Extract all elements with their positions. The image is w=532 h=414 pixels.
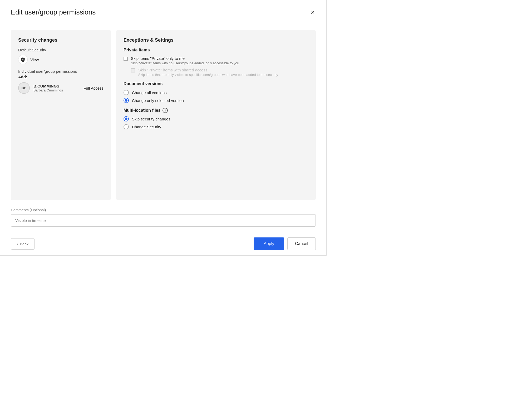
skip-private-sublabel: Skip "Private" items with no users/group… <box>131 61 239 65</box>
dialog-header: Edit user/group permissions × <box>0 0 326 22</box>
skip-security-changes-label: Skip security changes <box>132 117 170 121</box>
radio-row-change-security: Change Security <box>124 124 308 129</box>
avatar: BC <box>18 82 30 94</box>
skip-security-changes-radio[interactable] <box>124 116 129 121</box>
svg-rect-1 <box>23 59 23 60</box>
back-button[interactable]: ‹ Back <box>11 238 35 250</box>
dialog-title: Edit user/group permissions <box>11 8 96 16</box>
radio-row-selected-version: Change only selected version <box>124 98 308 103</box>
dialog-body: Security changes Default Security View I… <box>0 22 326 232</box>
checkbox-row-1: Skip items "Private" only to me Skip "Pr… <box>124 56 308 65</box>
username: B.CUMMINGS <box>33 84 80 88</box>
cancel-button[interactable]: Cancel <box>287 237 316 250</box>
view-label: View <box>30 57 39 62</box>
skip-private-shared-checkbox[interactable] <box>131 68 135 72</box>
change-selected-version-radio[interactable] <box>124 98 129 103</box>
user-info: B.CUMMINGS Barbara Cummings <box>33 84 80 92</box>
apply-button[interactable]: Apply <box>254 237 284 250</box>
checkbox-label-group-1: Skip items "Private" only to me Skip "Pr… <box>131 56 239 65</box>
add-label: Add: <box>18 75 104 79</box>
security-view-row: View <box>18 55 104 64</box>
footer-right: Apply Cancel <box>254 237 316 250</box>
private-items-title: Private items <box>124 48 308 52</box>
shield-icon <box>18 55 28 64</box>
document-versions-section: Document versions Change all versions Ch… <box>124 81 308 103</box>
radio-row-skip-security: Skip security changes <box>124 116 308 121</box>
document-versions-title: Document versions <box>124 81 308 86</box>
dialog-footer: ‹ Back Apply Cancel <box>0 232 326 255</box>
skip-private-shared-sublabel: Skip items that are only visible to spec… <box>138 73 278 77</box>
comments-label: Comments (Optional) <box>11 208 316 212</box>
close-button[interactable]: × <box>310 8 316 17</box>
exceptions-settings-title: Exceptions & Settings <box>124 37 308 43</box>
multi-location-title-row: Multi-location files i <box>124 108 308 113</box>
info-icon[interactable]: i <box>162 108 168 113</box>
back-label: Back <box>20 242 28 246</box>
change-security-radio[interactable] <box>124 124 129 129</box>
right-panel: Exceptions & Settings Private items Skip… <box>116 30 316 200</box>
default-security-label: Default Security <box>18 48 104 52</box>
left-panel: Security changes Default Security View I… <box>11 30 111 200</box>
panels-row: Security changes Default Security View I… <box>11 30 316 200</box>
skip-private-shared-label: Skip "Private" items with shared access <box>138 68 278 72</box>
change-all-versions-radio[interactable] <box>124 90 129 95</box>
checkbox-label-group-2: Skip "Private" items with shared access … <box>138 68 278 77</box>
security-changes-title: Security changes <box>18 37 104 43</box>
back-chevron-icon: ‹ <box>17 242 18 246</box>
multi-location-title: Multi-location files <box>124 108 160 113</box>
user-row: BC B.CUMMINGS Barbara Cummings Full Acce… <box>18 82 104 94</box>
comments-section: Comments (Optional) <box>11 208 316 227</box>
comments-input[interactable] <box>11 214 316 227</box>
multi-location-section: Multi-location files i Skip security cha… <box>124 108 308 129</box>
change-security-label: Change Security <box>132 125 161 129</box>
skip-private-label: Skip items "Private" only to me <box>131 56 239 61</box>
user-full-name: Barbara Cummings <box>33 88 80 92</box>
skip-private-checkbox[interactable] <box>124 57 128 61</box>
change-all-versions-label: Change all versions <box>132 90 167 95</box>
checkbox-row-2: Skip "Private" items with shared access … <box>131 68 308 77</box>
user-access: Full Access <box>83 86 104 90</box>
change-selected-version-label: Change only selected version <box>132 98 184 103</box>
radio-row-all-versions: Change all versions <box>124 90 308 95</box>
permissions-label: Individual user/group permissions <box>18 69 104 74</box>
edit-permissions-dialog: Edit user/group permissions × Security c… <box>0 0 327 256</box>
